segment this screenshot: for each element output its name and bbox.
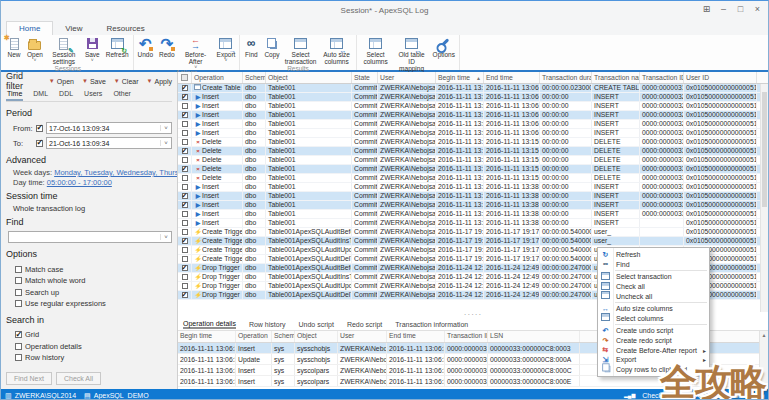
details-column-header-object[interactable]: Object: [295, 331, 338, 342]
ribbon-style-icon[interactable]: ⊞: [698, 2, 715, 16]
find-button[interactable]: ∞Find: [241, 35, 261, 65]
row-checkbox-cell[interactable]: [178, 183, 192, 191]
column-header-object[interactable]: Object: [266, 72, 352, 83]
checkbox-icon[interactable]: [182, 292, 188, 298]
table-row[interactable]: ⚡Create TriggerdboTable001ApexSQLAuditBe…: [178, 228, 768, 237]
chevron-down-icon[interactable]: ˅: [160, 234, 171, 240]
checkbox-icon[interactable]: [182, 175, 188, 181]
save-button[interactable]: Save˅: [82, 35, 103, 65]
checkbox-grid[interactable]: Grid: [6, 330, 172, 339]
column-header-schema[interactable]: Schema: [243, 72, 266, 83]
menu-item-uncheck-all[interactable]: Uncheck all: [598, 291, 709, 301]
redo-button[interactable]: ↷Redo: [156, 35, 178, 69]
checkbox-icon[interactable]: [182, 85, 188, 91]
checkbox-icon[interactable]: [182, 112, 188, 118]
chevron-down-icon[interactable]: ˅: [160, 125, 171, 131]
checkbox-operation-details[interactable]: Operation details: [6, 342, 172, 351]
details-tab-transaction-information[interactable]: Transaction information: [395, 321, 468, 328]
details-column-header-operation[interactable]: Operation: [236, 331, 272, 342]
from-date-input[interactable]: 17-Oct-16 13:09:34 ˅: [46, 122, 172, 134]
menu-item-select-transaction[interactable]: Select transaction: [598, 272, 709, 282]
table-row[interactable]: ×DeletedboTable001CommittedZWERKA\Nebojs…: [178, 165, 768, 174]
table-row[interactable]: ▶InsertdboTable001CommittedZWERKA\Nebojs…: [178, 201, 768, 210]
scrollbar-thumb[interactable]: [762, 92, 767, 207]
row-checkbox-cell[interactable]: [178, 246, 192, 254]
menu-item-create-before-after-report[interactable]: ⇆Create Before-After report▸: [598, 345, 709, 355]
checkbox-icon[interactable]: [182, 103, 188, 109]
checkbox-icon[interactable]: [182, 274, 188, 280]
checkbox-icon[interactable]: [182, 265, 188, 271]
row-checkbox-cell[interactable]: [178, 102, 192, 110]
row-checkbox-cell[interactable]: [178, 192, 192, 200]
table-row[interactable]: ▶InsertdboTable001CommittedZWERKA\Nebojs…: [178, 183, 768, 192]
session-settings-button[interactable]: ✎Session settings: [46, 35, 82, 65]
table-row[interactable]: ⚡Create TriggerdboTable001ApexSQLAuditIn…: [178, 237, 768, 246]
table-row[interactable]: Create TabledboTable001CommittedZWERKA\N…: [178, 84, 768, 93]
table-row[interactable]: ×DeletedboTable001CommittedZWERKA\Nebojs…: [178, 147, 768, 156]
to-checkbox[interactable]: [36, 140, 43, 147]
chevron-down-icon[interactable]: ˅: [160, 140, 171, 146]
details-tab-operation-details[interactable]: Operation details: [183, 320, 236, 329]
row-checkbox-cell[interactable]: [178, 84, 192, 92]
details-column-header-transaction-id[interactable]: Transaction ID: [445, 331, 488, 342]
row-checkbox-cell[interactable]: [178, 174, 192, 182]
details-column-header-schema[interactable]: Schema: [272, 331, 295, 342]
auto-size-columns-button[interactable]: ↔Auto size columns: [319, 35, 355, 65]
menu-item-select-columns[interactable]: Select columns: [598, 314, 709, 324]
maximize-icon[interactable]: □: [732, 2, 749, 16]
check-all-button[interactable]: Check All: [56, 372, 101, 385]
checkbox-icon[interactable]: [182, 256, 188, 262]
checkbox-icon[interactable]: [182, 247, 188, 253]
checkbox-icon[interactable]: [182, 121, 188, 127]
row-checkbox-cell[interactable]: [178, 237, 192, 245]
row-checkbox-cell[interactable]: [178, 291, 192, 299]
day-time-link[interactable]: 05:00:00 - 17:00:00: [47, 178, 112, 187]
column-header-check[interactable]: [178, 72, 192, 83]
row-checkbox-cell[interactable]: [178, 282, 192, 290]
table-row[interactable]: ×DeletedboTable001CommittedZWERKA\Nebojs…: [178, 138, 768, 147]
checkbox-icon[interactable]: [182, 238, 188, 244]
checkbox-icon[interactable]: [182, 139, 188, 145]
table-row[interactable]: ▶InsertdboTable001CommittedZWERKA\Nebojs…: [178, 102, 768, 111]
checkbox-icon[interactable]: [182, 148, 188, 154]
checkbox-match-whole-word[interactable]: Match whole word: [6, 276, 172, 285]
filter-clear-button[interactable]: ▼Clear: [114, 78, 139, 85]
row-checkbox-cell[interactable]: [178, 156, 192, 164]
row-checkbox-cell[interactable]: [178, 228, 192, 236]
ribbon-tab-view[interactable]: View: [53, 22, 94, 35]
row-checkbox-cell[interactable]: [178, 93, 192, 101]
open-button[interactable]: Open˅: [24, 35, 46, 65]
row-checkbox-cell[interactable]: [178, 120, 192, 128]
filter-open-button[interactable]: ▼Open: [49, 78, 74, 85]
before-after-button[interactable]: ←→Before-After˅: [178, 35, 214, 69]
column-header-transaction-id[interactable]: Transaction ID: [640, 72, 684, 83]
column-header-user-id[interactable]: User ID: [684, 72, 757, 83]
row-checkbox-cell[interactable]: [178, 210, 192, 218]
row-checkbox-cell[interactable]: [178, 111, 192, 119]
checkbox-icon[interactable]: [182, 94, 188, 100]
checkbox-use-regular-expressions[interactable]: Use regular expressions: [6, 299, 172, 308]
filter-tab-time[interactable]: Time: [6, 90, 23, 101]
checkbox-icon[interactable]: [182, 130, 188, 136]
checkbox-icon[interactable]: [182, 184, 188, 190]
column-header-begin-time[interactable]: Begin time▲: [436, 72, 484, 83]
details-tab-redo-script[interactable]: Redo script: [347, 321, 382, 328]
row-checkbox-cell[interactable]: [178, 147, 192, 155]
filter-apply-button[interactable]: ▼Apply: [147, 78, 172, 85]
checkbox-icon[interactable]: [182, 211, 188, 217]
menu-item-auto-size-columns[interactable]: ↔Auto size columns: [598, 304, 709, 314]
details-tab-row-history[interactable]: Row history: [249, 321, 286, 328]
table-row[interactable]: ×DeletedboTable001CommittedZWERKA\Nebojs…: [178, 156, 768, 165]
row-checkbox-cell[interactable]: [178, 165, 192, 173]
options-button[interactable]: Options: [430, 35, 458, 72]
details-column-header-end-time[interactable]: End time: [387, 331, 445, 342]
row-checkbox-cell[interactable]: [178, 255, 192, 263]
menu-item-find[interactable]: ∞Find: [598, 260, 709, 270]
ribbon-tab-resources[interactable]: Resources: [95, 22, 157, 35]
filter-tab-dml[interactable]: DML: [32, 90, 49, 101]
column-header-operation[interactable]: Operation: [192, 72, 243, 83]
column-header-transaction-name[interactable]: Transaction name: [592, 72, 640, 83]
table-row[interactable]: ▶InsertdboTable001CommittedZWERKA\Nebojs…: [178, 210, 768, 219]
from-checkbox[interactable]: [36, 125, 43, 132]
minimize-icon[interactable]: –: [715, 2, 732, 16]
